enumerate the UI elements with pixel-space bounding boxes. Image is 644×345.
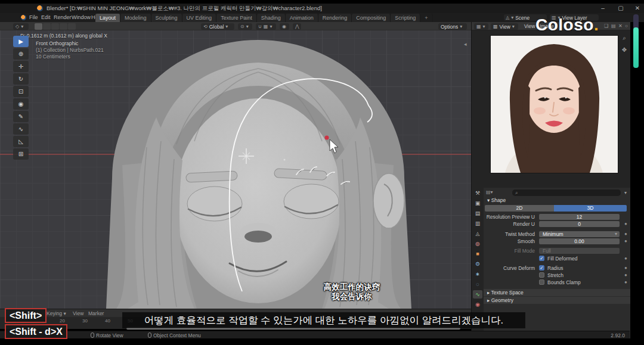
app-menu-icon[interactable] [21,15,26,20]
right-panel-column: ▦ ▾ ▩ View ▾ View Image ❏ ▤ ✕ ○ [471,22,630,338]
minimize-button[interactable]: – [596,4,609,13]
animate-dot-icon[interactable]: ● [624,279,627,285]
viewport-3d[interactable]: ◇ ▾ ⟲ Global ▾ ⊙ ▾ ∪ ▦ ▾ ◉ [0,22,471,309]
stretch-checkbox[interactable] [539,272,544,278]
tab-texture-paint[interactable]: Texture Paint [216,14,257,22]
animate-dot-icon[interactable]: ● [624,256,627,261]
dimension-3d-button[interactable]: 3D [554,205,627,212]
twist-method-dropdown[interactable]: Minimum [539,231,620,238]
animate-dot-icon[interactable]: ● [624,221,627,226]
smooth-field[interactable]: 0.00 [539,238,620,245]
tab-animation[interactable]: Animation [286,14,318,22]
object-tab[interactable]: ■ [473,250,482,258]
physics-tab[interactable]: ◌ [473,280,482,288]
animate-dot-icon[interactable]: ● [624,231,627,237]
annotate-tool[interactable]: ✎ [13,111,29,122]
select-mode-buttons[interactable] [35,23,76,30]
extrude-tool[interactable]: ⊞ [13,148,29,160]
falloff-button[interactable]: ⋀ [293,23,301,30]
chevron-down-icon: ▾ [21,24,23,29]
geometry-panel-header[interactable]: ▸ Geometry [484,297,630,304]
bounds-clamp-checkbox[interactable] [539,279,544,285]
proportional-edit-button[interactable]: ◉ [280,23,289,30]
search-icon: ⌕ [515,190,518,195]
transform-readout: D: 0.1612 m (0.1612 m) along global X [20,33,107,39]
timeline-view-menu[interactable]: View [73,310,83,316]
menu-view[interactable]: View [524,23,535,29]
timeline-marker-menu[interactable]: Marker [88,310,104,316]
resolution-preview-field[interactable]: 12 [539,214,620,220]
view-layer-tab[interactable]: ▥ [473,219,482,228]
blender-logo-icon[interactable] [37,5,43,11]
maximize-button[interactable]: ▢ [614,4,627,13]
zoom-icon[interactable]: ⌕ [620,34,628,42]
reference-photo [491,36,618,173]
expanded-arrow-icon: ▾ [487,197,490,203]
texture-space-panel-header[interactable]: ▸ Texture Space [484,289,630,296]
key-overlay-shift: <Shift> [5,308,47,323]
tool-tab[interactable]: ⚒ [473,189,482,197]
particles-tab[interactable]: ∗ [473,270,482,278]
scene-name: Scene [515,15,530,21]
cursor-tool[interactable]: ⊕ [13,48,29,60]
tab-scripting[interactable]: Scripting [391,14,420,22]
animate-dot-icon[interactable]: ● [624,238,627,244]
draw-curve-tool[interactable]: ∿ [13,123,29,135]
radius-checkbox[interactable]: ✓ [539,265,544,271]
keying-menu[interactable]: Keying ▾ [47,310,66,316]
material-tab[interactable]: ◉ [473,300,482,309]
transform-orientation-dropdown[interactable]: ⟲ Global ▾ [201,23,234,30]
menu-edit[interactable]: Edit [39,14,52,20]
pin-icon[interactable]: ○ [625,24,628,29]
dimension-2d-button[interactable]: 2D [485,205,554,212]
output-tab[interactable]: ▤ [473,209,482,217]
tab-layout[interactable]: Layout [95,14,120,22]
close-button[interactable]: ✕ [631,4,644,13]
options-dropdown[interactable]: Options ▾ [438,23,467,30]
render-tab[interactable]: ▣ [473,199,482,207]
render-u-field[interactable]: 0 [539,221,620,228]
tab-modeling[interactable]: Modeling [120,14,151,22]
object-data-tab[interactable]: ∿ [473,290,482,299]
modifiers-tab[interactable]: ⚙ [473,260,482,268]
sidebar-toggle-arrow[interactable]: ◂ [464,41,467,47]
chevron-down-icon: ▾ [246,24,249,29]
tab-sculpting[interactable]: Sculpting [151,14,182,22]
fill-mode-label: Fill Mode [484,248,535,254]
measure-tool[interactable]: ◺ [13,136,29,147]
render-u-label: Render U [484,221,535,227]
unlink-icon[interactable]: ✕ [618,24,623,29]
snapping-dropdown[interactable]: ∪ ▦ ▾ [256,23,276,30]
tab-compositing[interactable]: Compositing [352,14,391,22]
properties-search-input[interactable]: ⌕ [512,189,621,196]
transform-tool[interactable]: ◉ [13,98,29,110]
fill-mode-dropdown[interactable]: Full [539,248,620,254]
scene-tab[interactable]: ◬ [473,229,482,238]
world-tab[interactable]: ◍ [473,240,482,248]
character-head-model[interactable] [0,22,471,309]
add-workspace-button[interactable]: + [420,14,432,22]
chevron-down-icon: ▾ [511,15,513,20]
mode-dropdown[interactable]: ◇ ▾ [13,23,29,30]
select-box-tool[interactable]: ▶ [13,36,29,47]
twist-method-label: Twist Method [484,231,535,237]
rotate-tool[interactable]: ↻ [13,73,29,85]
move-tool[interactable]: ✛ [13,61,29,72]
animate-dot-icon[interactable]: ● [624,272,627,278]
pivot-point-dropdown[interactable]: ⊙ ▾ [238,23,252,30]
menu-file[interactable]: File [27,14,40,20]
tab-shading[interactable]: Shading [257,14,286,22]
tab-uv-editing[interactable]: UV Editing [182,14,217,22]
scroll-indicator-teal[interactable] [633,27,639,68]
scale-tool[interactable]: ⊡ [13,86,29,97]
editor-mode-dropdown[interactable]: ▩ View ▾ [491,23,518,30]
editor-type-dropdown[interactable]: ▦ ▾ [474,23,488,30]
shape-panel-header[interactable]: ▾ Shape [487,197,506,203]
grid-scale-overlay: 10 Centimeters [36,54,70,60]
properties-editor-icon[interactable]: ▤▾ [486,190,493,195]
filter-dropdown-icon[interactable]: ▾ [624,191,627,195]
fill-deformed-checkbox[interactable]: ✓ [539,256,544,261]
animate-dot-icon[interactable]: ● [624,265,627,271]
tab-rendering[interactable]: Rendering [318,14,352,22]
pan-hand-icon[interactable]: ✥ [620,46,628,54]
